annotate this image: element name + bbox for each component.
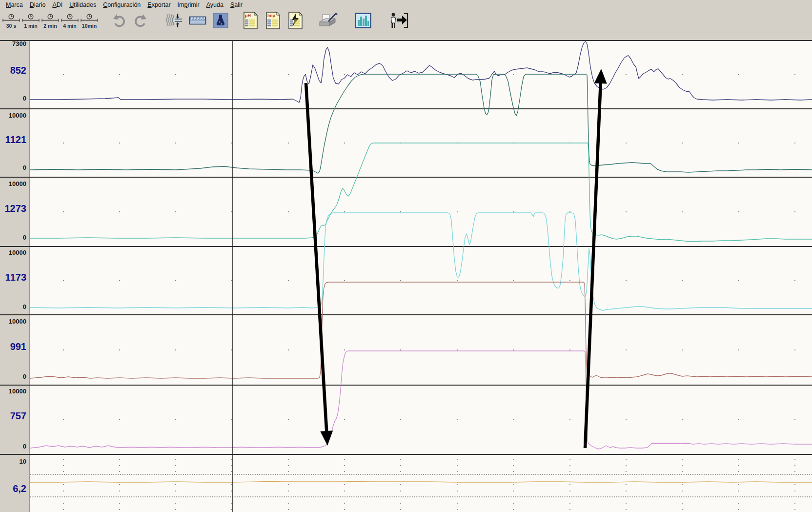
time-scale-label: 4 min [63,23,76,28]
channel-ch2-scale-max-label: 10000 [0,112,26,119]
channel-ph-value-label: 6,2 [0,483,26,494]
channel-ch2-scale-zero-label: 0 [0,164,26,171]
histogram-icon [355,13,371,30]
time-scale-button-1-min[interactable]: 1 min [21,13,41,29]
application-window: { "app": {"title": "pH / impedance monit… [0,0,812,512]
probe-icon [213,13,228,30]
time-scale-label: 30 s [6,23,16,28]
menu-item-exportar[interactable]: Exportar [144,1,174,9]
undo-icon [112,13,127,29]
menu-item-imprimir[interactable]: Imprimir [174,1,203,9]
channel-ch6-scale-max-label: 10000 [0,388,26,395]
channel-ch4-scale-zero-label: 0 [0,303,26,310]
channel-ch3-scale-max-label: 10000 [0,180,26,187]
time-scale-button-30-s[interactable]: 30 s [1,13,21,29]
menu-bar: MarcaDiarioADIUtilidadesConfiguraciónExp… [0,0,812,9]
toolbar: 30 s 1 min 2 min 4 min 10min [0,9,812,33]
ruler-button[interactable] [188,14,207,29]
menu-item-utilidades[interactable]: Utilidades [66,1,100,9]
exit-patient-button[interactable] [388,12,409,31]
menu-item-diario[interactable]: Diario [26,1,49,9]
time-scale-label: 10min [82,23,97,28]
channel-ch1-value-label: 852 [0,65,26,76]
channel-ch4-value-label: 1173 [0,272,26,283]
time-scale-label: 2 min [43,23,57,28]
channel-ch1-scale-max-label: 7300 [0,40,26,47]
document-ph-icon: pH [243,12,258,31]
print-button[interactable] [317,12,339,31]
report-events-button[interactable] [287,11,304,31]
ruler-icon [189,14,206,28]
signal-compress-button[interactable] [163,12,184,30]
report-impedance-button[interactable]: Imp [264,11,282,31]
time-scale-button-10min[interactable]: 10min [80,13,99,29]
clock-scale-icon [2,14,20,23]
channel-ch5-scale-max-label: 10000 [0,318,26,325]
clock-scale-icon [80,14,99,23]
channel-ch4-scale-max-label: 10000 [0,249,26,256]
menu-item-salir[interactable]: Salir [227,1,246,9]
clock-scale-icon [41,14,60,23]
channel-ph-scale-max-label: 10 [0,458,26,465]
menu-item-adi[interactable]: ADI [49,1,66,9]
channel-ch3-value-label: 1273 [0,203,26,214]
printer-icon [318,12,338,30]
clock-scale-icon [21,14,40,23]
menu-item-ayuda[interactable]: Ayuda [203,1,227,9]
channel-ch1-scale-zero-label: 0 [0,95,26,102]
report-ph-button[interactable]: pH [242,11,259,31]
menu-item-marca[interactable]: Marca [2,1,26,9]
svg-text:Imp: Imp [267,13,276,18]
document-imp-icon: Imp [265,12,281,31]
time-scale-label: 1 min [24,23,37,28]
plot-background [30,41,812,512]
redo-button[interactable] [131,13,149,30]
signal-compress-icon [164,13,183,30]
redo-icon [132,13,148,29]
probe-button[interactable] [212,12,229,30]
analysis-window-button[interactable] [354,12,372,30]
menu-item-configuracion[interactable]: Configuración [100,1,144,9]
chart-region [0,33,812,512]
svg-text:pH: pH [245,13,251,18]
plot-area [0,33,812,512]
channel-ch6-scale-zero-label: 0 [0,443,26,450]
channel-ch3-scale-zero-label: 0 [0,234,26,241]
exit-icon [389,12,408,30]
channel-ch5-value-label: 991 [0,341,26,352]
undo-button[interactable] [111,13,128,30]
time-scale-button-4-min[interactable]: 4 min [60,13,80,29]
channel-ch2-value-label: 1121 [0,134,26,145]
document-bolt-icon [288,12,303,31]
channel-ch5-scale-zero-label: 0 [0,373,26,380]
time-scale-button-2-min[interactable]: 2 min [41,13,60,29]
clock-scale-icon [61,14,79,23]
channel-ch6-value-label: 757 [0,410,26,421]
